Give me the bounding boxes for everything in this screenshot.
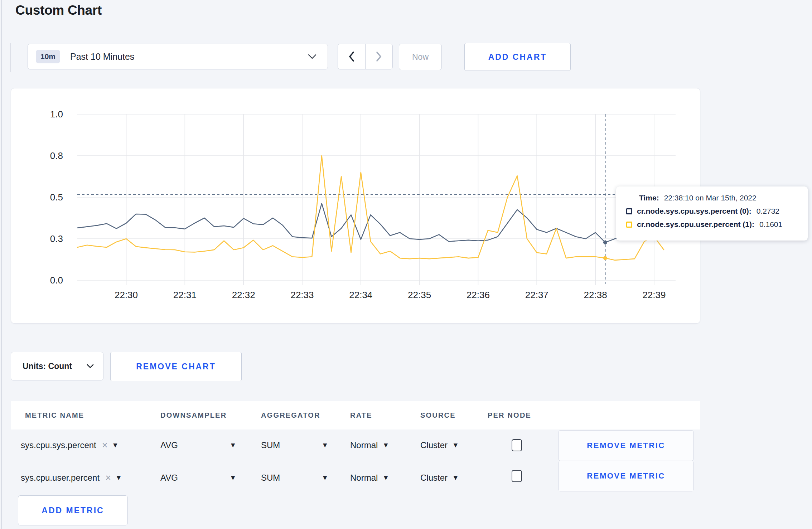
- per-node-checkbox[interactable]: [512, 439, 522, 451]
- y-tick-label: 0.5: [50, 192, 63, 203]
- metric-name-value: sys.cpu.sys.percent: [21, 440, 96, 450]
- metrics-table-header: METRIC NAME DOWNSAMPLER AGGREGATOR RATE …: [11, 401, 700, 429]
- chart-card: 0.00.30.50.81.022:3022:3122:3222:3322:34…: [11, 88, 700, 324]
- y-tick-label: 0.3: [50, 233, 63, 244]
- x-tick-label: 22:37: [525, 290, 548, 300]
- rate-select[interactable]: Normal ▼: [350, 438, 389, 452]
- rate-value: Normal: [350, 473, 378, 483]
- dropdown-caret-icon: ▼: [112, 441, 119, 449]
- x-tick-label: 22:38: [584, 290, 607, 300]
- series-swatch: [626, 208, 632, 214]
- crosshair-dot: [603, 256, 607, 260]
- clear-metric-x-icon[interactable]: ×: [105, 472, 111, 484]
- source-value: Cluster: [420, 473, 448, 483]
- downsampler-select[interactable]: AVG ▼: [160, 438, 236, 452]
- x-tick-label: 22:34: [349, 290, 372, 300]
- col-header-per-node: PER NODE: [488, 401, 531, 429]
- downsampler-value: AVG: [160, 473, 178, 483]
- source-select[interactable]: Cluster ▼: [420, 471, 459, 485]
- aggregator-select[interactable]: SUM ▼: [261, 438, 328, 452]
- dropdown-caret-icon: ▼: [382, 474, 389, 482]
- metric-name-select[interactable]: sys.cpu.sys.percent × ▼: [21, 438, 119, 452]
- metric-name-select[interactable]: sys.cpu.user.percent × ▼: [21, 471, 122, 485]
- chevron-down-icon: [87, 364, 94, 369]
- remove-metric-button[interactable]: REMOVE METRIC: [559, 430, 693, 461]
- y-tick-label: 0.8: [50, 150, 63, 161]
- add-chart-button[interactable]: ADD CHART: [464, 43, 571, 71]
- tooltip-series-label: cr.node.sys.cpu.user.percent (1):: [637, 220, 754, 229]
- chevron-left-icon: [348, 51, 356, 62]
- chart-tooltip: Time: 22:38:10 on Mar 15th, 2022 cr.node…: [616, 186, 808, 241]
- col-header-metric-name: METRIC NAME: [25, 401, 84, 429]
- rate-value: Normal: [350, 440, 378, 450]
- tooltip-series-row: cr.node.sys.cpu.sys.percent (0): 0.2732: [626, 207, 808, 215]
- dropdown-caret-icon: ▼: [452, 474, 459, 482]
- downsampler-value: AVG: [160, 440, 178, 450]
- x-tick-label: 22:36: [467, 290, 490, 300]
- tooltip-series-value: 0.1601: [759, 220, 782, 229]
- rate-select[interactable]: Normal ▼: [350, 471, 389, 485]
- dropdown-caret-icon: ▼: [452, 441, 459, 449]
- x-tick-label: 22:32: [232, 290, 255, 300]
- per-node-checkbox[interactable]: [512, 470, 522, 482]
- dropdown-caret-icon: ▼: [115, 474, 122, 482]
- source-value: Cluster: [420, 440, 448, 450]
- next-time-button[interactable]: [365, 44, 393, 69]
- dropdown-caret-icon: ▼: [229, 474, 236, 482]
- col-header-aggregator: AGGREGATOR: [261, 401, 320, 429]
- metric-name-value: sys.cpu.user.percent: [21, 473, 100, 483]
- tooltip-time-label: Time:: [639, 194, 659, 202]
- series-line-1: [77, 156, 664, 260]
- chevron-right-icon: [375, 51, 383, 62]
- prev-time-button[interactable]: [338, 44, 365, 69]
- aggregator-select[interactable]: SUM ▼: [261, 471, 328, 485]
- add-metric-button[interactable]: ADD METRIC: [18, 495, 128, 525]
- y-tick-label: 0.0: [50, 275, 63, 286]
- tooltip-series-value: 0.2732: [757, 207, 779, 215]
- remove-metric-button[interactable]: REMOVE METRIC: [559, 461, 693, 491]
- tooltip-series-row: cr.node.sys.cpu.user.percent (1): 0.1601: [626, 220, 808, 229]
- time-range-label: Past 10 Minutes: [70, 52, 308, 62]
- aggregator-value: SUM: [261, 473, 280, 483]
- timeseries-chart[interactable]: 0.00.30.50.81.022:3022:3122:3222:3322:34…: [11, 88, 700, 323]
- tooltip-time-row: Time: 22:38:10 on Mar 15th, 2022: [639, 194, 808, 202]
- series-line-0: [77, 203, 664, 242]
- source-select[interactable]: Cluster ▼: [420, 438, 459, 452]
- time-range-badge: 10m: [36, 50, 60, 63]
- toolbar-divider: [10, 43, 11, 72]
- time-range-select[interactable]: 10m Past 10 Minutes: [28, 44, 328, 69]
- y-tick-label: 1.0: [50, 109, 63, 120]
- chevron-down-icon: [308, 53, 317, 60]
- crosshair-dot: [603, 241, 607, 244]
- dropdown-caret-icon: ▼: [322, 441, 328, 449]
- x-tick-label: 22:39: [642, 290, 666, 300]
- x-tick-label: 22:30: [115, 290, 138, 300]
- x-tick-label: 22:33: [290, 290, 314, 300]
- tooltip-time-value: 22:38:10 on Mar 15th, 2022: [664, 194, 757, 202]
- col-header-rate: RATE: [350, 401, 372, 429]
- units-label: Units: Count: [23, 361, 87, 371]
- custom-chart-page: Custom Chart 10m Past 10 Minutes Now ADD…: [0, 0, 812, 529]
- dropdown-caret-icon: ▼: [322, 474, 328, 482]
- x-tick-label: 22:35: [408, 290, 431, 300]
- col-header-downsampler: DOWNSAMPLER: [160, 401, 227, 429]
- remove-chart-button[interactable]: REMOVE CHART: [110, 352, 242, 381]
- series-swatch: [626, 222, 632, 228]
- dropdown-caret-icon: ▼: [229, 441, 236, 449]
- now-button[interactable]: Now: [399, 44, 442, 70]
- dropdown-caret-icon: ▼: [382, 441, 389, 449]
- time-nav-buttons: [338, 44, 393, 69]
- downsampler-select[interactable]: AVG ▼: [160, 471, 236, 485]
- units-select[interactable]: Units: Count: [11, 352, 103, 380]
- page-left-edge: [1, 0, 2, 529]
- page-title: Custom Chart: [15, 3, 102, 18]
- aggregator-value: SUM: [261, 440, 280, 450]
- x-tick-label: 22:31: [173, 290, 197, 300]
- col-header-source: SOURCE: [420, 401, 456, 429]
- clear-metric-x-icon[interactable]: ×: [102, 440, 108, 451]
- tooltip-series-label: cr.node.sys.cpu.sys.percent (0):: [637, 207, 751, 215]
